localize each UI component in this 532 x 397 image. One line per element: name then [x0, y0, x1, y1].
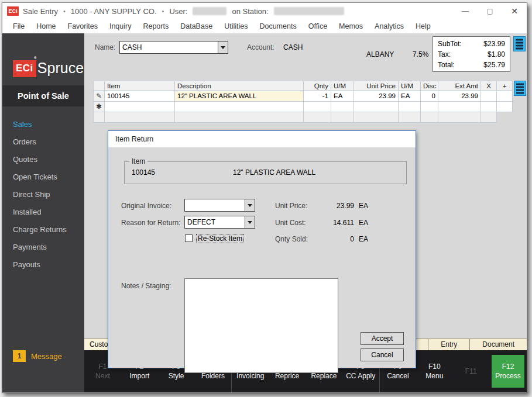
message-notification[interactable]: 1 Message — [13, 350, 62, 362]
empty-cell — [175, 112, 304, 123]
sidebar-item-payments[interactable]: Payments — [13, 239, 84, 256]
table-row[interactable]: ✎ 100145 12" PLASTIC AREA WALL -1 EA 23.… — [93, 91, 513, 102]
accept-button[interactable]: Accept — [361, 332, 404, 345]
sidebar-item-open-tickets[interactable]: Open Tickets — [13, 168, 84, 186]
menu-memos[interactable]: Memos — [333, 22, 369, 30]
col-disc[interactable]: Disc — [421, 81, 438, 91]
empty-cell[interactable] — [331, 102, 353, 112]
cell-disc[interactable]: 0 — [421, 91, 438, 102]
menu-inquiry[interactable]: Inquiry — [104, 22, 138, 30]
empty-cell[interactable] — [421, 102, 438, 112]
eci-app-icon: ECI — [7, 6, 19, 16]
cell-plus[interactable] — [497, 91, 513, 102]
sidebar-item-sales[interactable]: Sales — [13, 116, 84, 133]
col-um1[interactable]: U/M — [331, 81, 353, 91]
empty-cell — [399, 112, 421, 123]
cell-um1[interactable]: EA — [331, 91, 353, 102]
menu-file[interactable]: File — [7, 22, 30, 30]
spruce-logo-text: Spruce™ — [37, 60, 88, 75]
col-unit-price[interactable]: Unit Price — [353, 81, 399, 91]
col-um2[interactable]: U/M — [399, 81, 421, 91]
original-invoice-value — [185, 199, 245, 211]
menu-documents[interactable]: Documents — [253, 22, 302, 30]
combo-dropdown-button[interactable] — [218, 42, 228, 53]
cell-x[interactable] — [481, 91, 497, 102]
empty-cell[interactable] — [105, 102, 175, 112]
chevron-down-icon — [221, 46, 225, 49]
name-label: Name: — [95, 43, 115, 51]
empty-cell[interactable] — [304, 102, 331, 112]
title-separator: • — [63, 8, 66, 15]
item-description: 12" PLASTIC AREA WALL — [233, 168, 315, 177]
qnty-sold-label: Qnty Sold: — [275, 235, 308, 243]
col-description[interactable]: Description — [175, 81, 304, 91]
cancel-button[interactable]: Cancel — [361, 348, 404, 361]
cell-um2[interactable]: EA — [399, 91, 421, 102]
customer-name-combobox[interactable]: CASH — [119, 41, 228, 54]
cell-item[interactable]: 100145 — [105, 91, 175, 102]
col-x[interactable]: X — [481, 81, 497, 91]
menu-help[interactable]: Help — [410, 22, 437, 30]
reason-for-return-combobox[interactable]: DEFECT — [184, 216, 255, 229]
fkey-f10-menu[interactable]: F10Menu — [416, 350, 452, 392]
window-title: Sale Entry — [23, 7, 58, 16]
empty-cell[interactable] — [497, 102, 513, 112]
original-invoice-combobox[interactable] — [184, 199, 255, 212]
sidebar: ECi® Spruce™ Point of Sale Sales Orders … — [2, 33, 84, 392]
new-row-icon: ✱ — [93, 102, 105, 112]
cell-unit-price[interactable]: 23.99 — [353, 91, 399, 102]
col-qnty[interactable]: Qnty — [304, 81, 331, 91]
station-value-redacted — [274, 7, 344, 15]
fkey-f12-process[interactable]: F12Process — [492, 355, 524, 388]
minimize-icon[interactable]: — — [453, 3, 478, 19]
chevron-down-icon — [248, 221, 252, 224]
combo-dropdown-button[interactable] — [245, 199, 255, 211]
cell-description[interactable]: 12" PLASTIC AREA WALL — [175, 91, 304, 102]
tab-document[interactable]: Document — [469, 339, 527, 350]
empty-cell[interactable] — [399, 102, 421, 112]
message-count-badge: 1 — [13, 350, 26, 362]
menu-favorites[interactable]: Favorites — [62, 22, 104, 30]
spruce-logo: ECi® Spruce™ — [13, 60, 84, 77]
combo-dropdown-button[interactable] — [245, 216, 255, 228]
maximize-icon[interactable]: ▢ — [478, 3, 502, 19]
totals-menu-icon[interactable] — [513, 36, 526, 51]
grid-menu-icon[interactable] — [514, 81, 526, 96]
col-plus[interactable]: + — [497, 81, 513, 91]
close-icon[interactable]: ✕ — [502, 3, 527, 19]
totals-box: SubTot:$23.99 Tax:$1.80 Total:$25.79 — [433, 36, 510, 72]
station-label: on Station: — [232, 7, 268, 16]
empty-cell[interactable] — [438, 102, 481, 112]
empty-cell[interactable] — [481, 102, 497, 112]
tab-entry[interactable]: Entry — [428, 339, 469, 350]
empty-cell[interactable] — [175, 102, 304, 112]
cell-ext-amt[interactable]: 23.99 — [438, 91, 481, 102]
menu-utilities[interactable]: Utilities — [218, 22, 253, 30]
sidebar-item-payouts[interactable]: Payouts — [13, 256, 84, 274]
empty-cell[interactable] — [353, 102, 399, 112]
sidebar-item-orders[interactable]: Orders — [13, 133, 84, 151]
dialog-title: Item Return — [108, 131, 416, 147]
sidebar-item-direct-ship[interactable]: Direct Ship — [13, 186, 84, 203]
menu-reports[interactable]: Reports — [137, 22, 174, 30]
subtot-value: $23.99 — [483, 39, 505, 49]
notes-staging-textarea[interactable] — [184, 278, 338, 373]
company-name: 1000 - ANY SUPPLY CO. — [71, 7, 157, 16]
menu-home[interactable]: Home — [30, 22, 61, 30]
original-invoice-label: Original Invoice: — [121, 202, 171, 210]
empty-cell — [421, 112, 438, 123]
reason-for-return-value: DEFECT — [185, 216, 245, 228]
restock-checkbox[interactable] — [185, 234, 193, 242]
new-row[interactable]: ✱ — [93, 102, 513, 112]
sidebar-item-charge-returns[interactable]: Charge Returns — [13, 221, 84, 239]
restock-label[interactable]: Re-Stock Item — [196, 234, 244, 243]
item-groupbox: Item 100145 12" PLASTIC AREA WALL — [124, 161, 407, 184]
col-item[interactable]: Item — [105, 81, 175, 91]
sidebar-item-installed[interactable]: Installed — [13, 203, 84, 221]
col-ext-amt[interactable]: Ext Amt — [438, 81, 481, 91]
menu-office[interactable]: Office — [303, 22, 333, 30]
cell-qnty[interactable]: -1 — [304, 91, 331, 102]
menu-database[interactable]: DataBase — [174, 22, 218, 30]
sidebar-item-quotes[interactable]: Quotes — [13, 151, 84, 168]
menu-analytics[interactable]: Analytics — [369, 22, 410, 30]
